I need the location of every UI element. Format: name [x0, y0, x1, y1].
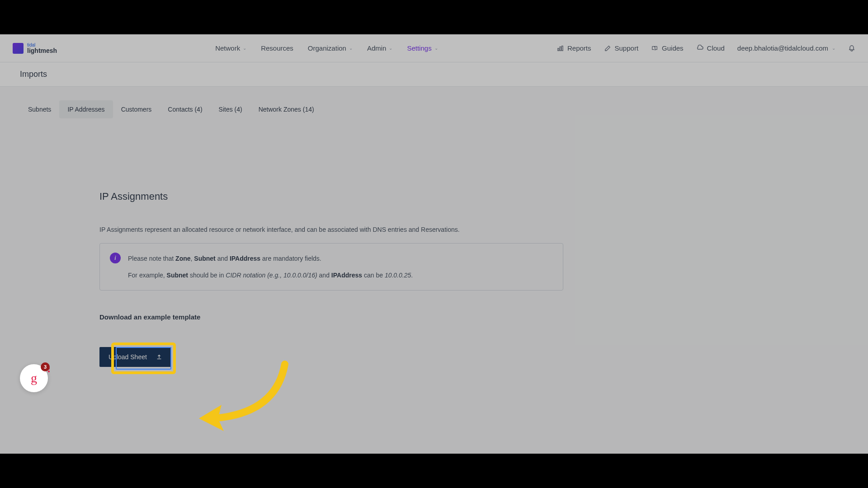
page-header: Imports: [0, 62, 868, 87]
top-navigation: tidal lightmesh Network ⌄ Resources Orga…: [0, 34, 868, 62]
nav-resources[interactable]: Resources: [261, 44, 293, 52]
help-widget-letter: g: [31, 371, 37, 385]
page-title: Imports: [20, 70, 47, 79]
logo-brand-bottom: lightmesh: [27, 47, 57, 54]
section-title: IP Assignments: [99, 191, 769, 202]
nav-network[interactable]: Network ⌄: [215, 44, 246, 52]
nav-settings[interactable]: Settings ⌄: [407, 44, 438, 52]
nav-cloud[interactable]: Cloud: [696, 44, 725, 52]
help-widget-badge: 3: [41, 362, 50, 371]
upload-sheet-label: Upload Sheet: [108, 353, 147, 361]
chart-icon: [557, 45, 564, 52]
nav-guides[interactable]: Guides: [651, 44, 684, 52]
svg-rect-1: [560, 47, 561, 51]
annotation-arrow: [185, 355, 294, 438]
book-icon: [651, 45, 658, 52]
tab-sites[interactable]: Sites (4): [211, 100, 250, 118]
logo-icon: [13, 43, 24, 54]
upload-icon: [156, 354, 162, 360]
tab-contacts[interactable]: Contacts (4): [160, 100, 210, 118]
info-icon: i: [110, 253, 121, 263]
info-text: Please note that Zone, Subnet and IPAddr…: [128, 253, 413, 281]
cloud-icon: [696, 45, 703, 52]
nav-organization[interactable]: Organization ⌄: [308, 44, 353, 52]
info-callout: i Please note that Zone, Subnet and IPAd…: [99, 243, 563, 291]
tab-customers[interactable]: Customers: [113, 100, 160, 118]
bell-icon: [848, 45, 855, 52]
tab-ip-addresses[interactable]: IP Addresses: [59, 100, 113, 118]
chevron-down-icon: ⌄: [434, 46, 438, 51]
section-description: IP Assignments represent an allocated re…: [99, 226, 769, 233]
chevron-down-icon: ⌄: [389, 46, 392, 51]
tabs: Subnets IP Addresses Customers Contacts …: [0, 87, 868, 118]
chevron-down-icon: ⌄: [243, 46, 246, 51]
main-content: IP Assignments IP Assignments represent …: [0, 118, 868, 367]
logo[interactable]: tidal lightmesh: [13, 43, 57, 54]
svg-rect-0: [558, 48, 559, 51]
tab-network-zones[interactable]: Network Zones (14): [250, 100, 322, 118]
logo-brand-top: tidal: [27, 43, 57, 47]
help-widget[interactable]: g 3: [20, 364, 48, 392]
upload-sheet-button[interactable]: Upload Sheet: [99, 347, 171, 367]
tab-subnets[interactable]: Subnets: [20, 100, 59, 118]
nav-admin[interactable]: Admin ⌄: [367, 44, 393, 52]
nav-notifications[interactable]: [848, 45, 855, 52]
nav-support[interactable]: Support: [604, 44, 639, 52]
chevron-down-icon: ⌄: [349, 46, 353, 51]
pencil-icon: [604, 45, 611, 52]
svg-rect-2: [561, 46, 563, 51]
nav-user-menu[interactable]: deep.bhalotia@tidalcloud.com ⌄: [737, 44, 835, 52]
chevron-down-icon: ⌄: [832, 46, 835, 51]
download-template-link[interactable]: Download an example template: [99, 313, 769, 321]
nav-reports[interactable]: Reports: [557, 44, 591, 52]
